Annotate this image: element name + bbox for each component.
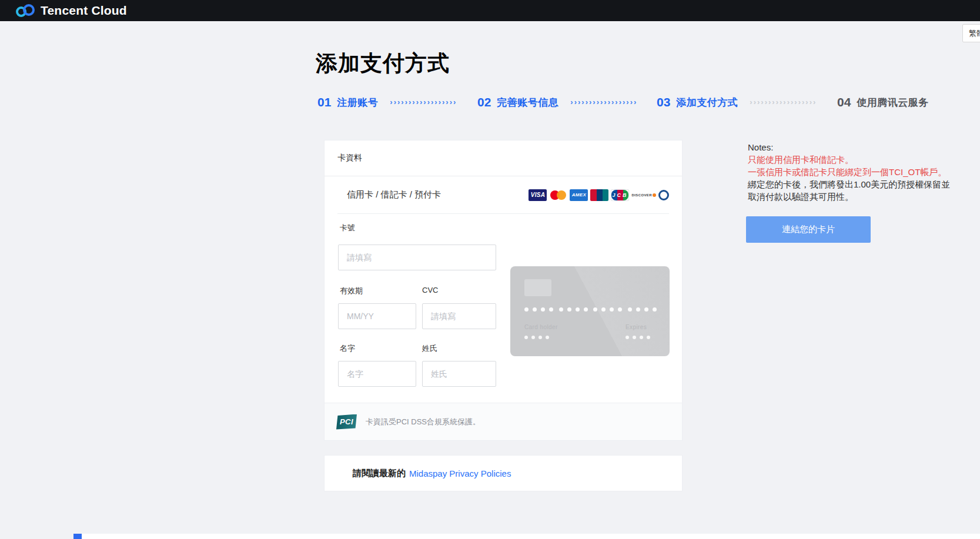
- card-types-row: 信用卡 / 借記卡 / 預付卡 VISA AMEX JCB DISCOVER: [337, 176, 669, 214]
- step-3-add-payment: 03 添加支付方式 ››››››››››››››››››: [657, 95, 817, 110]
- cvc-label: CVC: [422, 286, 438, 294]
- bottom-widget-fragment: [73, 534, 82, 539]
- step-number: 03: [657, 95, 670, 109]
- card-holder-dots: [524, 336, 549, 339]
- privacy-policy-link[interactable]: Midaspay Privacy Policies: [409, 468, 511, 478]
- brand-name: Tencent Cloud: [41, 4, 127, 18]
- notes-panel: Notes: 只能使用信用卡和借記卡。 一張信用卡或借記卡只能綁定到一個TCI_…: [748, 141, 957, 203]
- diners-club-icon: [658, 190, 669, 200]
- step-label: 添加支付方式: [676, 96, 738, 109]
- notes-warning-1: 只能使用信用卡和借記卡。: [748, 153, 957, 166]
- privacy-panel: 請閱讀最新的 Midaspay Privacy Policies: [324, 455, 683, 491]
- privacy-prefix: 請閱讀最新的: [353, 468, 406, 479]
- card-info-header: 卡資料: [325, 140, 682, 176]
- expires-label: Expires: [626, 324, 647, 330]
- step-1-register: 01 注册账号 ››››››››››››››››››: [317, 95, 457, 110]
- link-card-button[interactable]: 連結您的卡片: [746, 216, 871, 243]
- last-name-label: 姓氏: [422, 343, 437, 354]
- language-switch-button[interactable]: 繁體: [962, 24, 980, 42]
- notes-warning-2: 一張信用卡或借記卡只能綁定到一個TCI_OT帳戶。: [748, 166, 957, 178]
- pci-dss-badge-icon: PCI: [336, 414, 357, 430]
- notes-title: Notes:: [748, 141, 957, 153]
- page: Tencent Cloud 繁體 添加支付方式 01 注册账号 ››››››››…: [0, 0, 980, 539]
- expiry-label: 有效期: [340, 286, 363, 296]
- top-bar: Tencent Cloud: [0, 0, 980, 21]
- card-number-dots: [524, 307, 657, 312]
- last-name-input[interactable]: [422, 361, 496, 387]
- step-4-use-services: 04 使用腾讯云服务: [837, 95, 929, 110]
- brand-logo[interactable]: Tencent Cloud: [15, 4, 127, 18]
- cvc-input[interactable]: [422, 303, 496, 329]
- step-chevrons-icon: ››››››››››››››››››: [750, 98, 817, 106]
- expiry-input[interactable]: [338, 303, 416, 329]
- discover-icon: DISCOVER: [631, 193, 656, 197]
- amex-icon: AMEX: [570, 189, 588, 201]
- card-info-title: 卡資料: [337, 153, 362, 163]
- card-brand-icons: VISA AMEX JCB DISCOVER: [529, 189, 669, 201]
- step-2-account-info: 02 完善账号信息 ››››››››››››››››››: [477, 95, 637, 110]
- pci-note: 卡資訊受PCI DSS合規系統保護。: [366, 417, 480, 427]
- card-holder-label: Card holder: [524, 324, 558, 330]
- bottom-white-strip: [82, 534, 980, 539]
- step-chevrons-icon: ››››››››››››››››››: [570, 98, 637, 106]
- first-name-label: 名字: [340, 343, 355, 354]
- card-chip-icon: [524, 279, 551, 296]
- card-info-panel: 卡資料 信用卡 / 借記卡 / 預付卡 VISA AMEX JCB DISCOV…: [324, 140, 683, 441]
- step-chevrons-icon: ››››››››››››››››››: [390, 98, 457, 106]
- unionpay-icon: [590, 189, 608, 201]
- visa-icon: VISA: [529, 189, 547, 201]
- step-label: 注册账号: [337, 96, 378, 109]
- step-number: 02: [477, 95, 491, 109]
- pci-footer: PCI 卡資訊受PCI DSS合規系統保護。: [325, 403, 682, 440]
- card-number-input[interactable]: [338, 245, 496, 270]
- card-number-label: 卡號: [340, 223, 355, 233]
- notes-info: 綁定您的卡後，我們將發出1.00美元的預授權保留並取消付款以驗證其可用性。: [748, 178, 957, 203]
- mastercard-icon: [549, 189, 567, 201]
- step-number: 04: [837, 95, 851, 109]
- step-label: 完善账号信息: [497, 96, 558, 109]
- card-types-label: 信用卡 / 借記卡 / 預付卡: [347, 189, 441, 200]
- tencent-cloud-icon: [15, 4, 35, 18]
- card-preview: Card holder Expires: [510, 266, 670, 356]
- step-label: 使用腾讯云服务: [857, 96, 929, 109]
- first-name-input[interactable]: [338, 361, 416, 387]
- jcb-icon: JCB: [611, 189, 629, 201]
- page-title: 添加支付方式: [316, 49, 450, 78]
- expires-dots: [626, 336, 650, 339]
- step-number: 01: [317, 95, 331, 109]
